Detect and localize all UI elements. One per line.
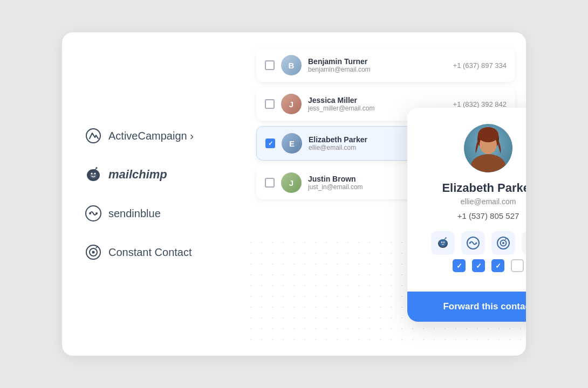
checkbox-mailchimp-select[interactable] [453, 259, 466, 272]
svg-point-9 [96, 167, 98, 169]
avatar-elizabeth: E [282, 133, 302, 154]
right-panel: B Benjamin Turner benjamin@email.com +1 … [245, 32, 526, 356]
checkbox-justin[interactable] [265, 178, 275, 188]
svg-line-37 [505, 238, 507, 240]
forward-card: ➜ [407, 108, 526, 322]
avatar-justin: J [281, 172, 302, 193]
mailchimp-label: mailchimp [108, 168, 167, 182]
svg-point-33 [476, 242, 477, 244]
brand-mailchimp[interactable]: mailchimp [84, 165, 224, 184]
svg-line-16 [96, 246, 98, 248]
checkbox-elizabeth[interactable] [265, 138, 275, 148]
left-panel: ActiveCampaign [62, 32, 245, 356]
svg-point-15 [92, 251, 95, 254]
constant-contact-icon [84, 242, 103, 262]
profile-phone: +1 (537) 805 527 [457, 211, 519, 220]
brand-sendinblue[interactable]: sendinblue [84, 204, 224, 223]
svg-point-27 [441, 241, 442, 242]
svg-point-28 [443, 241, 445, 242]
avatar-benjamin: B [281, 55, 302, 75]
mailchimp-icon [84, 165, 103, 184]
contact-email-benjamin: benjamin@email.com [308, 66, 447, 73]
profile-email: ellie@email.com [461, 197, 516, 206]
integration-constantcontact-icon[interactable] [491, 231, 515, 255]
brand-activecampaign[interactable]: ActiveCampaign [84, 126, 224, 146]
sendinblue-icon [84, 204, 103, 223]
contact-name-jessica: Jessica Miller [308, 96, 447, 105]
sendinblue-label: sendinblue [108, 207, 161, 220]
contact-phone-benjamin: +1 (637) 897 334 [453, 61, 507, 70]
svg-point-32 [469, 242, 471, 244]
activecampaign-icon [84, 126, 103, 146]
contact-phone-jessica: +1 (832) 392 842 [453, 100, 507, 108]
svg-point-30 [445, 237, 446, 238]
svg-point-22 [478, 127, 498, 142]
svg-point-6 [91, 173, 93, 175]
integration-sendinblue-icon[interactable] [461, 231, 485, 255]
brand-constant-contact[interactable]: Constant Contact [84, 242, 224, 262]
svg-point-26 [439, 239, 447, 247]
forward-card-body: Elizabeth Parker ellie@email.com +1 (537… [407, 108, 526, 292]
svg-line-29 [444, 238, 446, 240]
constant-contact-label: Constant Contact [108, 246, 192, 259]
contact-info-benjamin: Benjamin Turner benjamin@email.com [308, 57, 447, 73]
checkbox-sendinblue-select[interactable] [472, 259, 485, 272]
checkbox-benjamin[interactable] [265, 60, 275, 70]
checkbox-more-select[interactable] [511, 259, 524, 272]
svg-point-12 [95, 212, 98, 214]
contact-name-benjamin: Benjamin Turner [308, 57, 447, 66]
svg-point-36 [502, 242, 504, 244]
profile-name: Elizabeth Parker [442, 181, 526, 195]
integrations-icons-row: › [431, 231, 526, 255]
checkbox-constantcontact-select[interactable] [491, 259, 504, 272]
main-card: ActiveCampaign [62, 32, 526, 356]
avatar-jessica: J [281, 94, 302, 114]
forward-arrow-icon: ➜ [407, 135, 408, 153]
integration-mailchimp-icon[interactable] [431, 231, 455, 255]
integration-more-icon[interactable]: › [522, 231, 526, 255]
svg-point-11 [89, 212, 91, 214]
checkbox-jessica[interactable] [265, 99, 275, 109]
forward-contact-button[interactable]: Forward this contact [407, 292, 526, 322]
profile-avatar [464, 124, 512, 172]
activecampaign-label: ActiveCampaign [108, 130, 194, 142]
integration-checkboxes-row [453, 259, 524, 272]
svg-point-7 [94, 173, 96, 175]
contact-row-benjamin[interactable]: B Benjamin Turner benjamin@email.com +1 … [256, 48, 515, 82]
